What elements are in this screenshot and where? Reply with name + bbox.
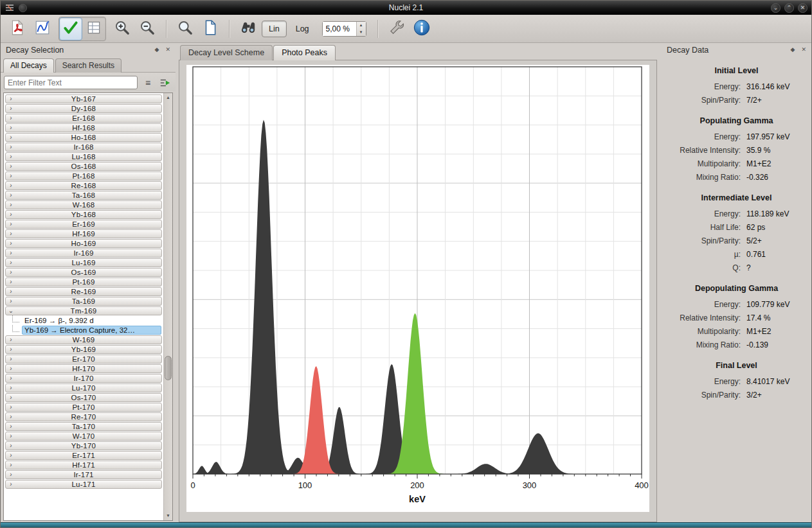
tree-item[interactable]: ›Ir-169 <box>5 249 162 258</box>
tree-item[interactable]: ›Er-170 <box>5 355 162 364</box>
tree-item[interactable]: ›Ho-169 <box>5 239 162 248</box>
tree-item[interactable]: ›Ta-170 <box>5 422 162 431</box>
decay-selection-dock: Decay Selection ◆ ✕ All Decays Search Re… <box>1 43 176 522</box>
tree-child-label: Er-169 → β-, 9.392 d <box>22 316 161 325</box>
tree-item[interactable]: ›Os-168 <box>5 162 162 171</box>
tree-item[interactable]: ›Yb-169 <box>5 345 162 354</box>
tab-all-decays[interactable]: All Decays <box>3 58 54 73</box>
dock-close-icon[interactable]: ✕ <box>801 47 806 53</box>
tree-item[interactable]: ›Hf-170 <box>5 364 162 373</box>
tree-item[interactable]: ›Lu-170 <box>5 383 162 392</box>
data-row: Mixing Ratio:-0.326 <box>667 170 806 184</box>
tree-item[interactable]: ›Yb-167 <box>5 94 162 103</box>
dock-float-icon[interactable]: ◆ <box>791 47 795 53</box>
chevron-right-icon: › <box>6 423 16 430</box>
level-plot-button[interactable] <box>31 17 54 40</box>
export-pdf-button[interactable] <box>6 17 29 40</box>
view-mode-group <box>59 17 106 41</box>
tab-decay-level-scheme[interactable]: Decay Level Scheme <box>180 45 273 60</box>
tree-item[interactable]: ›Ta-168 <box>5 191 162 200</box>
tree-item[interactable]: ›Hf-168 <box>5 123 162 132</box>
zoom-percent-input[interactable] <box>323 22 356 36</box>
scroll-up-icon[interactable]: ▲ <box>164 93 172 102</box>
maximize-button[interactable]: ⌃ <box>784 3 794 13</box>
tree-item[interactable]: ›Ho-168 <box>5 133 162 142</box>
tree-item[interactable]: ›Yb-170 <box>5 441 162 450</box>
fit-page-button[interactable] <box>199 17 222 40</box>
tree-item[interactable]: ›Re-168 <box>5 181 162 190</box>
zoom-percent-spinbox: ▲ ▼ <box>322 21 366 37</box>
close-button[interactable]: ✕ <box>798 3 807 13</box>
section-heading: Initial Level <box>667 66 806 75</box>
tree-item[interactable]: ⌄Tm-169 <box>5 306 162 315</box>
spin-down-icon[interactable]: ▼ <box>357 29 366 36</box>
table-view-toggle[interactable] <box>82 17 105 40</box>
tree-child-item[interactable]: Er-169 → β-, 9.392 d <box>11 316 161 325</box>
tree-item[interactable]: ›Ir-171 <box>5 470 162 479</box>
tree-item-label: Lu-168 <box>16 153 151 161</box>
tree-item[interactable]: ›Hf-169 <box>5 229 162 238</box>
tree-item[interactable]: ›Os-170 <box>5 393 162 402</box>
data-row-value: -0.326 <box>746 173 806 182</box>
tree-item[interactable]: ›Lu-168 <box>5 152 162 161</box>
dock-float-icon[interactable]: ◆ <box>155 47 159 53</box>
zoom-in-button[interactable] <box>111 17 134 40</box>
tree-item-label: Ta-170 <box>16 423 151 430</box>
tree-item[interactable]: ›Ir-170 <box>5 374 162 383</box>
tree-item[interactable]: ›Pt-170 <box>5 403 162 412</box>
tree-item[interactable]: ›Yb-168 <box>5 210 162 219</box>
spin-up-icon[interactable]: ▲ <box>357 22 366 29</box>
tree-item[interactable]: ›Ir-168 <box>5 143 162 152</box>
tree-item[interactable]: ›W-170 <box>5 432 162 441</box>
spectrum-plot[interactable]: 0100200300400keV <box>186 65 649 512</box>
zoom-original-button[interactable] <box>174 17 197 40</box>
about-button[interactable] <box>410 17 433 40</box>
scrollbar-thumb[interactable] <box>165 356 172 380</box>
show-peaks-toggle[interactable] <box>59 17 82 40</box>
linear-scale-toggle[interactable]: Lin <box>262 21 287 37</box>
data-row-label: Mixing Ratio: <box>667 173 746 182</box>
data-row-label: Energy: <box>667 377 746 386</box>
tree-item[interactable]: ›Lu-169 <box>5 258 162 267</box>
titlebar[interactable]: Nuclei 2.1 ⌄ ⌃ ✕ <box>1 1 811 15</box>
chevron-right-icon: › <box>6 211 16 218</box>
tab-photo-peaks[interactable]: Photo Peaks <box>273 45 336 60</box>
tree-item[interactable]: ›Er-171 <box>5 451 162 460</box>
tree-item[interactable]: ›Ta-169 <box>5 297 162 306</box>
tree-item[interactable]: ›Re-169 <box>5 287 162 296</box>
data-row-label: Energy: <box>667 209 746 218</box>
spectrum-chart[interactable]: 0100200300400keV <box>186 65 649 512</box>
window-menu-button[interactable] <box>19 4 27 12</box>
tree-item[interactable]: ›Re-170 <box>5 412 162 421</box>
filter-options-button[interactable]: ≡ <box>141 76 155 89</box>
scroll-down-icon[interactable]: ▼ <box>164 511 172 520</box>
find-button[interactable] <box>237 17 260 40</box>
tree-item[interactable]: ›Pt-168 <box>5 172 162 180</box>
tree-item[interactable]: ›Er-168 <box>5 114 162 123</box>
tree-item[interactable]: ›Er-169 <box>5 220 162 229</box>
tree-item[interactable]: ›Os-169 <box>5 268 162 277</box>
tree-item-label: Ta-168 <box>16 191 151 199</box>
zoom-out-button[interactable] <box>136 17 159 40</box>
tree-item[interactable]: ›W-168 <box>5 200 162 209</box>
chevron-right-icon: › <box>6 337 16 343</box>
scrollbar-track[interactable] <box>164 102 172 511</box>
filter-input[interactable] <box>4 76 138 89</box>
tree-item[interactable]: ›Hf-171 <box>5 461 162 470</box>
tree-item[interactable]: ›Lu-171 <box>5 480 162 489</box>
tree-item[interactable]: ›Dy-168 <box>5 104 162 113</box>
tree-child-item[interactable]: Yb-169 → Electron Capture, 32… <box>11 326 161 335</box>
tree-item-label: Lu-171 <box>16 480 151 488</box>
dock-close-icon[interactable]: ✕ <box>165 47 170 53</box>
tab-search-results[interactable]: Search Results <box>55 58 122 73</box>
minimize-button[interactable]: ⌄ <box>771 3 780 13</box>
tree-scrollbar[interactable]: ▲ ▼ <box>163 93 172 520</box>
apply-filter-button[interactable] <box>158 76 172 89</box>
tree-item[interactable]: ›Pt-169 <box>5 277 162 286</box>
log-scale-toggle[interactable]: Log <box>289 21 316 37</box>
tree-item-label: Hf-168 <box>16 124 151 132</box>
tree-item-label: Er-170 <box>16 355 151 363</box>
info-icon <box>413 19 431 39</box>
preferences-button[interactable] <box>385 17 408 40</box>
tree-item[interactable]: ›W-169 <box>5 335 162 344</box>
